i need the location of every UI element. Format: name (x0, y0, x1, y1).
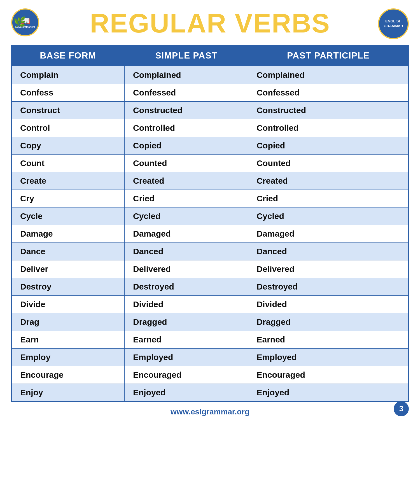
cell-r11-c1: Delivered (124, 260, 248, 278)
cell-r3-c1: Controlled (124, 119, 248, 137)
table-row: ConstructConstructedConstructed (11, 101, 409, 119)
cell-r7-c1: Cried (124, 190, 248, 207)
english-grammar-badge: ENGLISH GRAMMAR (378, 8, 409, 39)
table-row: CopyCopiedCopied (11, 137, 409, 154)
cell-r0-c2: Complained (248, 66, 409, 84)
cell-r16-c2: Employed (248, 348, 409, 366)
cell-r18-c1: Enjoyed (124, 384, 248, 402)
cell-r5-c2: Counted (248, 154, 409, 172)
cell-r15-c2: Earned (248, 331, 409, 348)
cell-r14-c1: Dragged (124, 313, 248, 331)
cell-r7-c0: Cry (11, 190, 124, 207)
col-header-past: SIMPLE PAST (124, 45, 248, 66)
cell-r13-c2: Divided (248, 295, 409, 313)
cell-r17-c0: Encourage (11, 366, 124, 384)
footer: www.eslgrammar.org 3 (11, 407, 409, 416)
verb-table: BASE FORM SIMPLE PAST PAST PARTICIPLE Co… (11, 45, 409, 402)
table-header-row: BASE FORM SIMPLE PAST PAST PARTICIPLE (11, 45, 409, 66)
table-row: ComplainComplainedComplained (11, 66, 409, 84)
cell-r16-c0: Employ (11, 348, 124, 366)
page-title: REGULAR VERBS (90, 8, 330, 38)
cell-r14-c2: Dragged (248, 313, 409, 331)
cell-r9-c0: Damage (11, 225, 124, 242)
cell-r6-c1: Created (124, 172, 248, 190)
page-wrapper: 📖 ESLgrammar.org 🌿 🌿 REGULAR VERBS ENGLI… (0, 0, 420, 428)
page-number: 3 (394, 401, 409, 416)
cell-r12-c0: Destroy (11, 278, 124, 295)
cell-r8-c1: Cycled (124, 207, 248, 225)
cell-r14-c0: Drag (11, 313, 124, 331)
cell-r10-c2: Danced (248, 242, 409, 260)
cell-r5-c1: Counted (124, 154, 248, 172)
laurel-left-icon: 🌿 (13, 16, 26, 28)
cell-r15-c0: Earn (11, 331, 124, 348)
cell-r9-c2: Damaged (248, 225, 409, 242)
cell-r4-c2: Copied (248, 137, 409, 154)
cell-r11-c0: Deliver (11, 260, 124, 278)
cell-r16-c1: Employed (124, 348, 248, 366)
table-row: EncourageEncouragedEncouraged (11, 366, 409, 384)
cell-r10-c0: Dance (11, 242, 124, 260)
cell-r17-c1: Encouraged (124, 366, 248, 384)
cell-r18-c0: Enjoy (11, 384, 124, 402)
table-row: CycleCycledCycled (11, 207, 409, 225)
cell-r11-c2: Delivered (248, 260, 409, 278)
cell-r0-c0: Complain (11, 66, 124, 84)
cell-r15-c1: Earned (124, 331, 248, 348)
table-row: CreateCreatedCreated (11, 172, 409, 190)
table-row: CryCriedCried (11, 190, 409, 207)
badge-text-line1: ENGLISH (385, 19, 402, 24)
cell-r3-c0: Control (11, 119, 124, 137)
cell-r1-c2: Confessed (248, 84, 409, 101)
cell-r7-c2: Cried (248, 190, 409, 207)
cell-r10-c1: Danced (124, 242, 248, 260)
table-row: ControlControlledControlled (11, 119, 409, 137)
header: 📖 ESLgrammar.org 🌿 🌿 REGULAR VERBS ENGLI… (11, 8, 409, 38)
table-row: DragDraggedDragged (11, 313, 409, 331)
footer-url: www.eslgrammar.org (171, 407, 249, 416)
cell-r2-c0: Construct (11, 101, 124, 119)
cell-r9-c1: Damaged (124, 225, 248, 242)
cell-r13-c1: Divided (124, 295, 248, 313)
cell-r12-c1: Destroyed (124, 278, 248, 295)
table-row: EnjoyEnjoyedEnjoyed (11, 384, 409, 402)
table-row: DivideDividedDivided (11, 295, 409, 313)
cell-r1-c1: Confessed (124, 84, 248, 101)
badge-text-line2: GRAMMAR (384, 24, 403, 29)
cell-r2-c1: Constructed (124, 101, 248, 119)
cell-r4-c1: Copied (124, 137, 248, 154)
cell-r13-c0: Divide (11, 295, 124, 313)
table-row: DeliverDeliveredDelivered (11, 260, 409, 278)
cell-r1-c0: Confess (11, 84, 124, 101)
cell-r6-c0: Create (11, 172, 124, 190)
cell-r2-c2: Constructed (248, 101, 409, 119)
table-row: DanceDancedDanced (11, 242, 409, 260)
table-row: CountCountedCounted (11, 154, 409, 172)
cell-r18-c2: Enjoyed (248, 384, 409, 402)
cell-r8-c0: Cycle (11, 207, 124, 225)
cell-r6-c2: Created (248, 172, 409, 190)
cell-r5-c0: Count (11, 154, 124, 172)
table-row: DamageDamagedDamaged (11, 225, 409, 242)
cell-r8-c2: Cycled (248, 207, 409, 225)
table-row: DestroyDestroyedDestroyed (11, 278, 409, 295)
table-row: EmployEmployedEmployed (11, 348, 409, 366)
col-header-base: BASE FORM (11, 45, 124, 66)
cell-r0-c1: Complained (124, 66, 248, 84)
table-row: EarnEarnedEarned (11, 331, 409, 348)
cell-r12-c2: Destroyed (248, 278, 409, 295)
cell-r17-c2: Encouraged (248, 366, 409, 384)
cell-r3-c2: Controlled (248, 119, 409, 137)
col-header-participle: PAST PARTICIPLE (248, 45, 409, 66)
table-row: ConfessConfessedConfessed (11, 84, 409, 101)
cell-r4-c0: Copy (11, 137, 124, 154)
